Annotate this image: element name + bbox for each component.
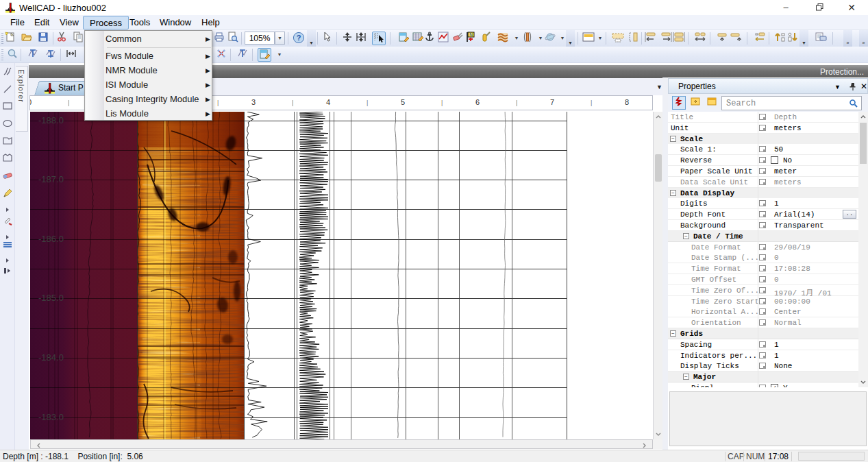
- svg-text:-187.0: -187.0: [38, 174, 64, 184]
- svg-text:-185.0: -185.0: [38, 293, 64, 303]
- svg-text:-186.0: -186.0: [38, 234, 64, 244]
- svg-text:?: ?: [297, 34, 301, 42]
- svg-text:-183.0: -183.0: [38, 412, 64, 422]
- svg-text:-188.0: -188.0: [38, 115, 64, 125]
- svg-text:-184.0: -184.0: [38, 352, 64, 363]
- svg-text:N: N: [469, 32, 473, 37]
